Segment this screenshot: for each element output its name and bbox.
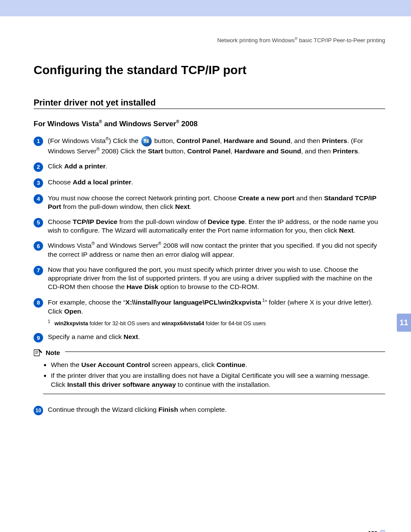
step-number: 8 [34,298,43,308]
page-number: 130 [368,530,377,532]
sub-mid: and Windows Server [102,120,176,128]
step-number: 3 [34,178,43,188]
header-pre: Network printing from Windows [217,37,295,44]
windows-start-icon [141,136,152,146]
note-item: If the printer driver that you are insta… [51,371,385,389]
step-body: Click Add a printer. [48,162,385,171]
page-content: Network printing from Windows® basic TCP… [0,16,411,532]
step-7: 7 Now that you have configured the port,… [34,265,385,292]
page-number-wrap: 130 [368,530,385,532]
step-9: 9 Specify a name and click Next. [34,333,385,342]
footnote-number: 1 [48,319,50,324]
page-title: Configuring the standard TCP/IP port [34,63,385,77]
header-post: basic TCP/IP Peer-to-Peer printing [298,37,385,44]
note-item: When the User Account Control screen app… [51,361,385,370]
step-5: 5 Choose TCP/IP Device from the pull-dow… [34,218,385,235]
footnote: 1win2kxpvista folder for 32-bit OS users… [48,319,385,327]
step-body: Choose Add a local printer. [48,178,385,187]
step-2: 2 Click Add a printer. [34,162,385,172]
step-body: Windows Vista® and Windows Server® 2008 … [48,241,385,259]
step-1: 1 (For Windows Vista®) Click the button,… [34,136,385,156]
note-header: Note [34,348,385,356]
note-icon [34,348,43,356]
step-body: (For Windows Vista®) Click the button, C… [48,136,385,156]
step-body: Now that you have configured the port, y… [48,265,385,292]
step-number: 5 [34,218,43,227]
svg-rect-0 [34,350,40,356]
sub-post: 2008 [179,120,198,128]
note-block: Note When the User Account Control scree… [34,348,385,394]
step-4: 4 You must now choose the correct Networ… [34,194,385,212]
step-3: 3 Choose Add a local printer. [34,178,385,188]
step-body: Choose TCP/IP Device from the pull-down … [48,218,385,235]
step-number: 1 [34,137,43,146]
step-8: 8 For example, choose the “X:\\install\y… [34,298,385,316]
top-bar [0,0,411,16]
step-number: 2 [34,162,43,172]
step-number: 9 [34,333,43,342]
note-label: Note [46,349,60,356]
step-number: 6 [34,241,43,251]
step-number: 7 [34,266,43,275]
section-heading: Printer driver not yet installed [34,98,385,109]
chapter-tab: 11 [397,314,411,332]
note-list: When the User Account Control screen app… [51,361,385,389]
page-number-bar [380,530,385,532]
reg-mark: ® [99,119,102,124]
running-header: Network printing from Windows® basic TCP… [34,16,385,44]
step-body: Specify a name and click Next. [48,333,385,341]
sub-pre: For Windows Vista [34,120,99,128]
step-body: Continue through the Wizard clicking Fin… [48,405,385,414]
subsection-heading: For Windows Vista® and Windows Server® 2… [34,119,385,128]
step-number: 4 [34,194,43,204]
step-number: 10 [34,406,43,415]
reg-mark: ® [295,37,298,41]
step-body: For example, choose the “X:\\install\you… [48,298,385,316]
step-6: 6 Windows Vista® and Windows Server® 200… [34,241,385,259]
step-body: You must now choose the correct Network … [48,194,385,212]
note-rule [65,352,385,352]
note-bottom-rule [43,394,385,394]
step-10: 10 Continue through the Wizard clicking … [34,405,385,415]
